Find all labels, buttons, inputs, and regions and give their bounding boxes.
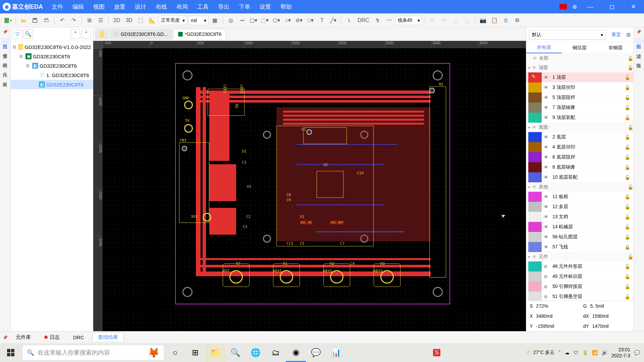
- bottom-tab-library[interactable]: 元件库: [10, 333, 36, 342]
- print-button[interactable]: [41, 15, 51, 25]
- tray-chevron-icon[interactable]: ˄: [558, 350, 561, 355]
- pcb-canvas[interactable]: ➤: [103, 48, 526, 331]
- grid-button[interactable]: ▦: [210, 15, 220, 25]
- visibility-toggle-icon[interactable]: 👁: [544, 175, 550, 180]
- tray-shield-icon[interactable]: 🛡: [574, 350, 578, 355]
- place-via-button[interactable]: ◎: [226, 15, 236, 25]
- lock-icon[interactable]: 🔓: [625, 75, 631, 80]
- lock-icon[interactable]: 🔓: [625, 144, 631, 150]
- layer-group-all[interactable]: 👁全部🔓: [526, 54, 633, 63]
- visibility-toggle-icon[interactable]: 👁: [544, 214, 550, 220]
- menu-file[interactable]: 文件: [47, 0, 68, 13]
- layer-row[interactable]: ✎ 👁 1 顶层 🔓: [526, 72, 633, 82]
- visibility-toggle-icon[interactable]: 👁: [544, 134, 550, 140]
- align-button[interactable]: ☰: [96, 15, 106, 25]
- rail-tab-nets[interactable]: 网络: [1, 57, 10, 62]
- new-button[interactable]: ▾: [3, 15, 13, 25]
- menu-design[interactable]: 设计: [130, 0, 151, 13]
- layers-settings-icon[interactable]: ⊞: [626, 32, 631, 38]
- bottom-tab-log[interactable]: 日志: [39, 333, 65, 342]
- collapse-down-icon[interactable]: ˅: [82, 29, 91, 39]
- lock-icon[interactable]: 🔓: [625, 115, 631, 120]
- redo-button[interactable]: ↷: [68, 15, 78, 25]
- layer-row[interactable]: 👁 3 顶层丝印 🔓: [526, 82, 633, 93]
- view-3d-button[interactable]: 3D: [123, 17, 134, 23]
- visibility-toggle-icon[interactable]: 👁: [544, 155, 550, 160]
- align-center-button[interactable]: ⊫: [439, 15, 449, 25]
- tab-folder[interactable]: [95, 29, 109, 40]
- visibility-toggle-icon[interactable]: 👁: [544, 95, 550, 100]
- maximize-button[interactable]: ◻: [604, 3, 620, 10]
- export-image-button[interactable]: 📷: [478, 15, 488, 25]
- taskbar-cortana[interactable]: ○: [165, 343, 185, 362]
- unit-select[interactable]: mil▾: [189, 16, 209, 25]
- flag-icon[interactable]: [559, 4, 567, 9]
- menu-view[interactable]: 视图: [89, 0, 109, 13]
- layer-row[interactable]: 👁 13 文档 🔓: [526, 212, 633, 222]
- lock-icon[interactable]: 🔓: [625, 224, 631, 230]
- place-pin-button[interactable]: ⊸: [237, 15, 247, 25]
- layer-row[interactable]: 👁 12 多层 🔓: [526, 202, 633, 212]
- minimize-button[interactable]: —: [582, 3, 598, 10]
- taskbar-app-wechat[interactable]: 💬: [306, 343, 326, 362]
- save-button[interactable]: [30, 15, 40, 25]
- pcb-canvas-wrap[interactable]: -5000500100015002000250030003500 -500-10…: [93, 41, 526, 331]
- visibility-toggle-icon[interactable]: 👁: [544, 224, 550, 230]
- place-region-button[interactable]: ⬚▾: [260, 15, 270, 25]
- rail-tab-objects[interactable]: 对象: [1, 76, 10, 81]
- bottom-tab-drc[interactable]: DRC: [68, 333, 90, 342]
- bottom-tab-find[interactable]: 查找结果: [92, 333, 124, 342]
- preferences-button[interactable]: ⚙: [512, 15, 522, 25]
- place-circle-button[interactable]: ○▾: [283, 15, 293, 25]
- place-text-button[interactable]: T: [317, 15, 327, 25]
- tray-battery-icon[interactable]: 🔋: [582, 350, 588, 355]
- tab-doc-1[interactable]: GD32E230C8T6.GD...: [109, 29, 172, 40]
- layer-row[interactable]: ⊘ 51 引脚悬空层 🔓: [526, 292, 633, 301]
- rail-tab-layers[interactable]: 图层: [635, 38, 643, 44]
- visibility-toggle-icon[interactable]: 👁: [544, 144, 550, 150]
- layer-row[interactable]: 👁 11 板框 🔓: [526, 192, 633, 202]
- tab-doc-2[interactable]: *GD32E230C8T6: [173, 29, 226, 40]
- lock-icon[interactable]: 🔓: [625, 194, 631, 199]
- menu-route[interactable]: 布线: [151, 0, 172, 13]
- taskbar-app-eda[interactable]: ◉: [286, 343, 306, 362]
- layer-tab-noncopper[interactable]: 非铜层: [598, 42, 633, 53]
- settings-icon[interactable]: ⚙: [572, 4, 577, 10]
- tray-notifications-icon[interactable]: 💬: [634, 350, 640, 355]
- lock-icon[interactable]: 🔓: [625, 274, 631, 279]
- layer-row[interactable]: 👁 56 钻孔图层 🔓: [526, 232, 633, 242]
- pin-icon[interactable]: 📌: [636, 29, 641, 34]
- grid-snap-button[interactable]: ⊞: [84, 15, 94, 25]
- place-pad-button[interactable]: ▢▾: [249, 15, 259, 25]
- measure-button[interactable]: 📐: [147, 15, 157, 25]
- taskbar-search[interactable]: 🔍 在这里输入你要搜索的内容 🦊: [23, 345, 164, 360]
- lock-icon[interactable]: 🔓: [625, 284, 631, 289]
- filter-icon[interactable]: ▽: [13, 29, 22, 39]
- lock-icon[interactable]: 🔓: [625, 134, 631, 140]
- select-area-button[interactable]: ⬚: [136, 15, 146, 25]
- lock-icon[interactable]: 🔓: [625, 214, 631, 220]
- tree-sheet[interactable]: 📄 1. GD32E230C8T6: [11, 70, 93, 80]
- layer-row[interactable]: 👁 7 顶层锡膏 🔓: [526, 103, 633, 113]
- visibility-toggle-icon[interactable]: 👁: [544, 75, 550, 80]
- taskbar-taskview[interactable]: ⊞: [185, 343, 205, 362]
- layer-tab-all[interactable]: 所有层: [526, 42, 562, 53]
- route-tune-button[interactable]: 〰: [384, 15, 394, 25]
- menu-settings[interactable]: 设置: [255, 0, 276, 13]
- lock-icon[interactable]: 🔓: [625, 264, 631, 269]
- layer-preset-select[interactable]: 默认▾: [529, 30, 606, 40]
- tray-wifi-icon[interactable]: 📶: [592, 350, 598, 355]
- menu-tools[interactable]: 工具: [193, 0, 213, 13]
- autoroute-button[interactable]: ↯: [373, 15, 383, 25]
- lock-icon[interactable]: 🔓: [625, 105, 631, 110]
- taskbar-app-search[interactable]: 🔍: [225, 343, 246, 362]
- layer-row[interactable]: 👁 6 底层阻焊 🔓: [526, 152, 633, 162]
- visibility-toggle-icon[interactable]: 👁: [544, 165, 550, 170]
- lock-icon[interactable]: 🔓: [625, 165, 631, 170]
- layer-group-top[interactable]: ▾👁顶面🔓: [526, 63, 633, 72]
- search-icon[interactable]: 🔍: [23, 29, 33, 39]
- layer-row[interactable]: ⊘ 49 元件标识层 🔓: [526, 272, 633, 282]
- undo-button[interactable]: ↶: [57, 15, 67, 25]
- pin-icon[interactable]: 📌: [3, 335, 8, 340]
- taskbar-app-ppt[interactable]: 📊: [326, 343, 346, 362]
